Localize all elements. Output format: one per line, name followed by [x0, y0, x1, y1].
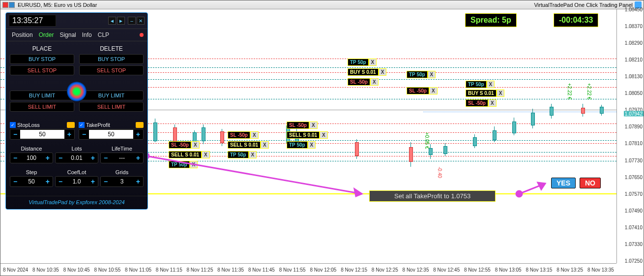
delete-sellstop-button[interactable]: SELL STOP: [79, 65, 144, 75]
takeprofit-label: TakeProfit: [86, 122, 110, 128]
tag-close[interactable]: X: [379, 68, 387, 76]
tag-tp-2: TP 50pX: [407, 71, 436, 78]
lots-value[interactable]: 0.01: [65, 153, 88, 162]
panel-name: VirtualTradePad One Click Trading Panel: [534, 2, 633, 8]
record-dot-icon: [140, 33, 144, 37]
target-icon[interactable]: [67, 82, 87, 101]
titlebar-icon-2: [9, 2, 15, 8]
delete-buystop-button[interactable]: BUY STOP: [79, 54, 144, 64]
tag-close[interactable]: X: [190, 161, 198, 168]
tag-close[interactable]: X: [309, 122, 318, 129]
step-label: Step: [10, 169, 53, 175]
profit-annot-1: +2.22 €: [567, 83, 572, 100]
tag-close[interactable]: X: [320, 131, 328, 139]
tag-close[interactable]: X: [370, 78, 379, 86]
confirm-message: Set all TakeProfit to 1.0753: [369, 190, 496, 202]
sl-increment-button[interactable]: +: [64, 129, 74, 139]
tp-value[interactable]: 50: [89, 130, 133, 139]
tab-position[interactable]: Position: [10, 31, 35, 39]
tp-increment-button[interactable]: +: [133, 129, 143, 139]
tag-tp-s2: TP 50pX: [228, 151, 257, 158]
minimize-button[interactable]: –: [128, 17, 136, 25]
tag-sells-s2: SELL S 0.01X: [228, 141, 269, 149]
tag-close[interactable]: X: [429, 87, 438, 94]
time-axis: 8 Nov 2024 8 Nov 10:35 8 Nov 10:45 8 Nov…: [0, 263, 616, 276]
tag-sells-s3: SELL S 0.01X: [169, 151, 210, 158]
distance-dec[interactable]: −: [10, 153, 20, 163]
place-selllimit-button[interactable]: SELL LIMIT: [10, 102, 74, 112]
confirm-no-button[interactable]: NO: [580, 178, 601, 188]
panel-prev-icon[interactable]: ◄: [108, 17, 116, 25]
panel-next-icon[interactable]: ►: [117, 17, 125, 25]
distance-value[interactable]: 100: [20, 153, 43, 162]
tab-clp[interactable]: CLP: [96, 31, 111, 39]
loss-annot: -0.40: [437, 167, 442, 178]
tag-sl-s1: SL -50pX: [287, 122, 318, 129]
takeprofit-checkbox[interactable]: ✓: [79, 122, 85, 128]
tag-buys-3: BUY S 0.01X: [466, 90, 504, 97]
tag-tp-s1: TP 50pX: [287, 141, 316, 149]
tag-tp-s3: TP 50pX: [169, 161, 198, 168]
lots-inc[interactable]: +: [88, 153, 98, 163]
profit-annot-2: +2.22 €: [586, 83, 592, 100]
confirm-yes-button[interactable]: YES: [551, 178, 576, 188]
place-sellstop-button[interactable]: SELL STOP: [10, 65, 74, 75]
tag-close[interactable]: X: [369, 59, 377, 66]
place-buystop-button[interactable]: BUY STOP: [10, 54, 74, 64]
takeprofit-wave-icon[interactable]: [136, 122, 144, 128]
chart-titlebar: EURUSD, M5: Euro vs US Dollar VirtualTra…: [0, 0, 644, 9]
tag-tp-3: TP 50pX: [466, 81, 495, 88]
tag-close[interactable]: X: [202, 151, 210, 158]
tp-decrement-button[interactable]: −: [79, 129, 89, 139]
tag-sl-3: SL -50pX: [466, 99, 497, 107]
tag-close[interactable]: X: [249, 151, 257, 158]
svg-marker-5: [538, 183, 545, 189]
countdown-timer: -00:04:33: [554, 13, 598, 27]
sl-decrement-button[interactable]: −: [10, 129, 20, 139]
lifetime-label: LifeTime: [100, 146, 144, 152]
sl-value[interactable]: 50: [20, 130, 64, 139]
delete-buylimit-button[interactable]: BUY LIMIT: [79, 91, 144, 100]
delete-header: DELETE: [79, 45, 144, 52]
tag-close[interactable]: X: [428, 71, 436, 78]
tag-sl-2: SL -50pX: [407, 87, 438, 94]
coeflot-inc[interactable]: +: [88, 177, 98, 186]
tag-close[interactable]: X: [250, 131, 259, 139]
lifetime-inc[interactable]: +: [133, 153, 143, 163]
profit-annot-3: +0.05 €: [424, 132, 430, 149]
tag-close[interactable]: X: [261, 141, 269, 149]
place-header: PLACE: [10, 45, 74, 52]
tab-info[interactable]: Info: [80, 31, 94, 39]
stoploss-wave-icon[interactable]: [67, 122, 75, 128]
distance-inc[interactable]: +: [43, 153, 53, 163]
step-value[interactable]: 50: [20, 177, 43, 186]
tag-close[interactable]: X: [308, 141, 316, 149]
tag-close[interactable]: X: [488, 99, 497, 107]
price-axis: 1.08450 1.08370 1.08290 1.08210 1.08130 …: [616, 9, 644, 263]
coeflot-dec[interactable]: −: [56, 177, 65, 186]
tag-tp-1: TP 50pX: [348, 59, 377, 66]
stoploss-checkbox[interactable]: ✓: [10, 122, 16, 128]
grids-dec[interactable]: −: [101, 177, 111, 186]
step-dec[interactable]: −: [10, 177, 20, 186]
tab-signal[interactable]: Signal: [58, 31, 78, 39]
lifetime-dec[interactable]: −: [101, 153, 111, 163]
grids-value[interactable]: 3: [111, 177, 133, 186]
spread-indicator: Spread: 5p: [465, 13, 517, 27]
grids-inc[interactable]: +: [133, 177, 143, 186]
tag-close[interactable]: X: [191, 141, 200, 149]
lots-dec[interactable]: −: [56, 153, 65, 163]
step-inc[interactable]: +: [43, 177, 53, 186]
coeflot-value[interactable]: 1.0: [65, 177, 88, 186]
tag-close[interactable]: X: [497, 90, 505, 97]
delete-selllimit-button[interactable]: SELL LIMIT: [79, 102, 144, 112]
panel-footer: VirtualTradePad by Expforex 2008-2024: [6, 196, 147, 209]
close-button[interactable]: ✕: [137, 17, 145, 25]
tag-close[interactable]: X: [487, 81, 495, 88]
lifetime-value[interactable]: ---: [111, 153, 133, 162]
tab-order[interactable]: Order: [37, 31, 56, 39]
titlebar-icon-1: [2, 2, 8, 8]
trade-panel: 13:35:27 ◄ ► – ✕ Position Order Signal I…: [5, 12, 148, 210]
svg-marker-2: [354, 189, 362, 196]
place-buylimit-button[interactable]: BUY LIMIT: [10, 91, 74, 100]
